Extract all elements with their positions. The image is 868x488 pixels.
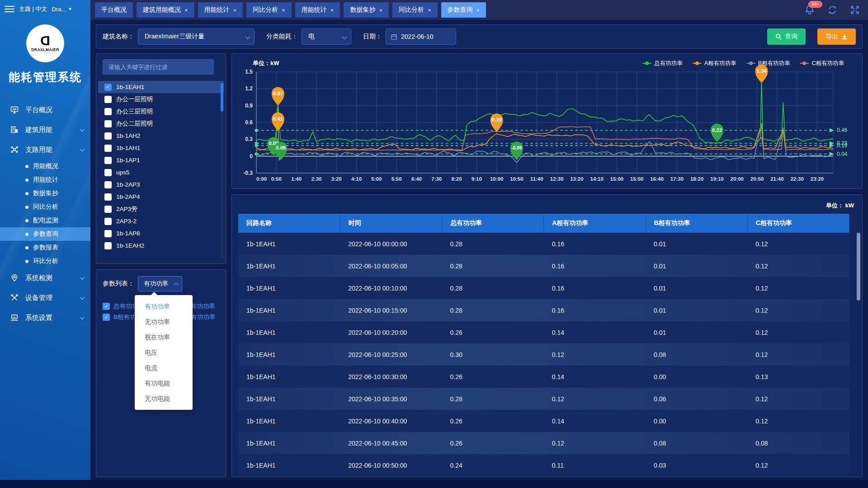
legend-item-C相有功功率[interactable]: C相有功功率 [800,60,844,67]
tab-close-icon[interactable]: × [379,7,382,14]
sidebar-subitem-参数报表[interactable]: 参数报表 [0,241,90,254]
tab-同比分析[interactable]: 同比分析× [246,2,292,18]
list-item[interactable]: 1b-1AH1 [103,142,219,154]
dropdown-option-无功功率[interactable]: 无功功率 [135,314,193,329]
checkbox[interactable] [104,181,112,188]
checkbox[interactable] [104,120,112,127]
tab-close-icon[interactable]: × [184,7,188,14]
tab-close-icon[interactable]: × [476,7,480,14]
dropdown-option-电压[interactable]: 电压 [135,345,193,360]
checkbox[interactable]: ✓ [103,303,110,310]
tools-icon [10,293,19,302]
sidebar-item-系统检测[interactable]: 系统检测 [0,268,90,288]
list-item[interactable]: ✓1b-1EAH1 [98,81,224,93]
sidebar-item-设备管理[interactable]: 设备管理 [0,288,90,308]
dropdown-option-视在功率[interactable]: 视在功率 [135,329,193,345]
list-scrollbar-thumb[interactable] [221,83,223,112]
list-item[interactable]: 办公二层照明 [103,117,219,130]
sidebar-subitem-环比分析[interactable]: 环比分析 [0,254,90,268]
energy-type-select[interactable]: 电 [302,28,351,45]
checkbox[interactable]: ✓ [104,84,112,91]
search-input[interactable] [103,59,214,75]
list-item[interactable]: 1b-2AP4 [103,191,219,203]
chevron-down-icon [245,34,250,39]
tab-close-icon[interactable]: × [233,7,237,14]
tab-数据集抄[interactable]: 数据集抄× [344,2,389,18]
sidebar-subitem-配电监测[interactable]: 配电监测 [0,214,90,227]
table-cell: 2022-06-10 00:20:00 [340,321,442,343]
fullscreen-icon[interactable] [849,4,861,16]
tab-label: 同比分析 [399,6,424,14]
tab-close-icon[interactable]: × [428,7,431,14]
dropdown-option-有功电能[interactable]: 有功电能 [135,375,193,391]
dropdown-option-电流[interactable]: 电流 [135,360,193,375]
theme-language-switch[interactable]: 主题 | 中文 [19,5,47,13]
table-row: 1b-1EAH12022-06-10 00:30:000.260.140.000… [238,366,849,388]
sidebar-subitem-同比分析[interactable]: 同比分析 [0,200,90,214]
checkbox[interactable] [104,218,112,225]
list-item[interactable]: 2AP3-2 [103,215,219,227]
list-item[interactable]: 办公三层照明 [103,105,219,117]
list-scrollbar[interactable] [221,82,223,258]
legend-item-总有功功率[interactable]: 总有功功率 [642,60,683,67]
tab-用能统计[interactable]: 用能统计× [198,2,243,18]
user-menu[interactable]: Dra... ▼ [52,6,72,13]
legend-item-B相有功功率[interactable]: B相有功功率 [746,60,790,67]
checkbox[interactable] [104,169,112,176]
sidebar-item-建筑用能[interactable]: 建筑用能 [0,120,90,140]
sidebar-item-系统设置[interactable]: 系统设置 [0,308,90,328]
list-item[interactable]: 1b-1AP1 [103,154,219,166]
tab-close-icon[interactable]: × [330,7,334,14]
list-item[interactable]: 1b-2AP3 [103,178,219,191]
list-item[interactable]: 1b-1AH2 [103,130,219,142]
list-item[interactable]: ups5 [103,166,219,178]
sidebar-subitem-参数查询[interactable]: 参数查询 [0,227,90,241]
sidebar-item-支路用能[interactable]: 支路用能 [0,140,90,160]
table-cell: 0.16 [544,277,646,299]
sidebar-item-平台概况[interactable]: 平台概况 [0,100,90,120]
checkbox[interactable] [104,145,112,152]
table-scrollbar-thumb[interactable] [857,233,860,300]
svg-text:20:50: 20:50 [750,176,764,182]
list-item[interactable]: 办公一层照明 [103,93,219,105]
checkbox[interactable]: ✓ [103,314,110,321]
checkbox[interactable] [104,242,112,249]
checkbox[interactable] [104,96,112,103]
date-picker[interactable]: 2022-06-10 [386,28,456,45]
export-button[interactable]: 导出 [817,28,856,45]
checkbox[interactable] [104,108,112,115]
tab-建筑用能概况[interactable]: 建筑用能概况× [137,2,194,18]
legend-marker [746,63,755,64]
param-select[interactable]: 有功功率 [138,276,182,291]
checkbox[interactable] [104,230,112,237]
tab-参数查询[interactable]: 参数查询× [441,2,486,18]
list-item[interactable]: 1b-1AP8 [103,227,219,239]
chart-marker-pin: 0.41 [272,113,284,131]
building-select[interactable]: DraexImaier三级计量 [138,28,255,45]
hamburger-menu-icon[interactable] [5,6,14,12]
user-label: Dra... [52,6,66,13]
checkbox[interactable] [104,193,112,201]
notification-bell-icon[interactable]: 99+ [804,4,816,16]
energy-type-value: 电 [308,33,315,41]
query-button[interactable]: 查询 [767,28,806,45]
dropdown-option-无功电能[interactable]: 无功电能 [135,391,193,406]
checkbox[interactable] [104,206,112,213]
list-item[interactable]: 2AP3旁 [103,203,219,215]
dropdown-option-有功功率[interactable]: 有功功率 [135,299,193,314]
caret-down-icon: ▼ [68,7,72,11]
tab-close-icon[interactable]: × [282,7,285,14]
table-row: 1b-1EAH12022-06-10 00:00:000.280.160.010… [238,233,849,255]
tab-平台概况[interactable]: 平台概况 [95,2,133,18]
tab-用能统计[interactable]: 用能统计× [295,2,340,18]
sidebar-subitem-用能概况[interactable]: 用能概况 [0,160,90,173]
menu-label: 支路用能 [25,145,52,154]
checkbox[interactable] [104,157,112,164]
refresh-icon[interactable] [826,4,838,16]
sidebar-subitem-用能统计[interactable]: 用能统计 [0,173,90,187]
legend-item-A相有功功率[interactable]: A相有功功率 [693,60,736,67]
sidebar-subitem-数据集抄[interactable]: 数据集抄 [0,187,90,200]
checkbox[interactable] [104,132,112,140]
tab-同比分析[interactable]: 同比分析× [392,2,438,18]
list-item[interactable]: 1b-1EAH2 [103,239,219,252]
